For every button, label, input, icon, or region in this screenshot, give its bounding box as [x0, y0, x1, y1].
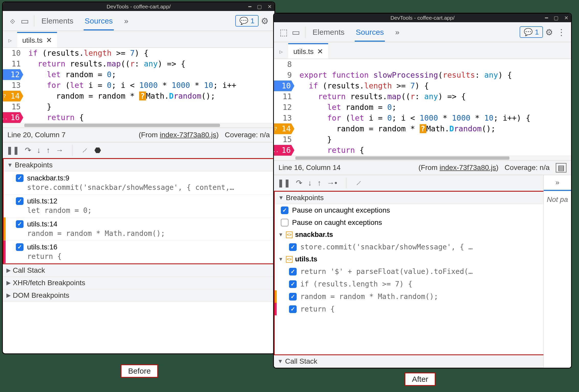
expand-icon[interactable]: ▼ [278, 194, 284, 201]
breakpoint-item[interactable]: snackbar.ts:9store.commit('snackbar/show… [4, 171, 274, 194]
breakpoint-snippet: random = random * Math.random(); [300, 292, 438, 301]
tab-elements[interactable]: Elements [311, 23, 346, 42]
collapse-icon[interactable]: ▶ [6, 280, 11, 286]
sourcemap-from: (From index-73f73a80.js) [139, 131, 219, 139]
pause-uncaught-row[interactable]: Pause on uncaught exceptions [275, 204, 570, 216]
tab-sources[interactable]: Sources [84, 11, 114, 30]
inspect-icon[interactable]: ⟐ [6, 15, 19, 27]
breakpoint-item[interactable]: utils.ts:12let random = 0; [4, 194, 274, 217]
issues-badge[interactable]: 💬 1 [520, 26, 543, 38]
panel-header[interactable]: ▶XHR/fetch Breakpoints [3, 277, 274, 289]
sourcemap-link[interactable]: index-73f73a80.js [160, 131, 216, 139]
breakpoint-location: utils.ts:14 [27, 220, 57, 228]
settings-icon[interactable]: ⚙ [543, 26, 555, 38]
breakpoint-item[interactable]: store.commit('snackbar/showMessage', { …… [275, 241, 570, 253]
step-into-icon[interactable]: ↓ [308, 179, 312, 187]
checkbox-icon[interactable] [289, 268, 297, 275]
devtools-before: DevTools - coffee-cart.app/ ━ ▢ ✕ ⟐ ▭ El… [2, 2, 275, 354]
deactivate-bp-icon[interactable]: ⟋ [81, 146, 89, 155]
code-editor[interactable]: 10if (results.length >= 7) {11 return re… [3, 48, 274, 123]
cursor-position: Line 20, Column 7 [7, 131, 65, 139]
chat-icon: 💬 [239, 17, 248, 25]
maximize-icon[interactable]: ▢ [257, 4, 262, 10]
close-icon[interactable]: ✕ [268, 4, 272, 10]
checkbox-icon[interactable] [281, 206, 288, 214]
minimize-icon[interactable]: ━ [545, 15, 548, 21]
close-tab-icon[interactable]: ✕ [46, 36, 52, 44]
titlebar: DevTools - coffee-cart.app/ ━ ▢ ✕ [3, 2, 274, 11]
expand-icon[interactable]: ▼ [278, 232, 283, 238]
pause-icon[interactable]: ❚❚ [277, 178, 290, 187]
expand-icon[interactable]: ▼ [7, 162, 13, 168]
breakpoint-location: snackbar.ts:9 [27, 174, 69, 182]
step-into-icon[interactable]: ↓ [37, 146, 41, 155]
deactivate-bp-icon[interactable]: ⟋ [355, 179, 363, 187]
breakpoints-header[interactable]: ▼ Breakpoints [4, 159, 274, 171]
checkbox-icon[interactable] [281, 219, 288, 226]
step-out-icon[interactable]: ↑ [46, 146, 50, 155]
checkbox-icon[interactable] [16, 174, 24, 182]
callstack-header[interactable]: ▼ Call Stack [274, 355, 571, 368]
tab-more-icon[interactable]: » [123, 11, 129, 30]
breakpoint-item[interactable]: if (results.length >= 7) {10 [275, 278, 570, 290]
file-tab-label: utils.ts [22, 36, 42, 44]
tab-sources[interactable]: Sources [355, 23, 385, 42]
collapse-icon[interactable]: ▶ [6, 292, 11, 299]
horizontal-scrollbar[interactable] [3, 123, 274, 128]
breakpoint-item[interactable]: utils.ts:16return { [4, 240, 274, 263]
issues-badge[interactable]: 💬 1 [235, 15, 259, 27]
expand-icon[interactable]: ▼ [277, 358, 283, 365]
tab-more-icon[interactable]: » [394, 23, 400, 42]
breakpoint-item[interactable]: return '$' + parseFloat(value).toFixed(…… [275, 265, 570, 278]
group-filename: snackbar.ts [295, 231, 333, 239]
breakpoint-snippet: let random = 0; [27, 206, 269, 215]
breakpoint-item[interactable]: utils.ts:14random = random * Math.random… [4, 217, 274, 240]
sidebar-more-icon[interactable]: » [544, 175, 571, 191]
coverage-icon[interactable]: ▤ [556, 163, 566, 172]
panel-header[interactable]: ▶Call Stack [3, 264, 274, 277]
step-icon[interactable]: → [56, 146, 63, 155]
step-out-icon[interactable]: ↑ [317, 179, 321, 187]
file-tab-utils[interactable]: utils.ts ✕ [288, 43, 328, 59]
checkbox-icon[interactable] [16, 243, 24, 251]
kebab-icon[interactable]: ⋮ [555, 26, 567, 38]
step-icon[interactable]: →• [327, 179, 337, 187]
panel-title: Call Stack [285, 357, 317, 365]
maximize-icon[interactable]: ▢ [554, 15, 559, 21]
close-tab-icon[interactable]: ✕ [317, 47, 323, 56]
checkbox-icon[interactable] [16, 220, 24, 228]
panel-header[interactable]: ▶DOM Breakpoints [3, 289, 274, 302]
breakpoint-group-header[interactable]: ▼<>utils.ts [275, 253, 570, 265]
file-tab-utils[interactable]: utils.ts ✕ [17, 32, 57, 48]
pause-icon[interactable]: ❚❚ [6, 146, 19, 155]
inspect-icon[interactable]: ⬚ [277, 26, 290, 38]
code-editor[interactable]: 89export function slowProcessing(results… [274, 59, 571, 156]
pause-exceptions-icon[interactable]: ⬣ [94, 146, 101, 155]
breakpoint-item[interactable]: return {16 [275, 303, 570, 315]
checkbox-icon[interactable] [289, 305, 297, 313]
navigator-toggle-icon[interactable]: ▷ [3, 33, 17, 48]
pause-caught-row[interactable]: Pause on caught exceptions [275, 216, 570, 229]
horizontal-scrollbar[interactable] [274, 156, 571, 160]
checkbox-icon[interactable] [289, 243, 297, 251]
step-over-icon[interactable]: ↷ [296, 178, 302, 187]
close-icon[interactable]: ✕ [564, 15, 569, 21]
device-icon[interactable]: ▭ [290, 26, 302, 38]
expand-icon[interactable]: ▼ [278, 256, 283, 262]
breakpoint-item[interactable]: random = random * Math.random();14 [275, 290, 570, 303]
step-over-icon[interactable]: ↷ [25, 146, 31, 155]
navigator-toggle-icon[interactable]: ▷ [274, 44, 288, 59]
breakpoint-location: utils.ts:12 [27, 197, 57, 205]
checkbox-icon[interactable] [16, 197, 24, 205]
device-icon[interactable]: ▭ [19, 15, 31, 27]
checkbox-icon[interactable] [289, 293, 297, 301]
checkbox-icon[interactable] [289, 280, 297, 288]
minimize-icon[interactable]: ━ [248, 4, 251, 10]
breakpoints-header[interactable]: ▼ Breakpoints [275, 192, 570, 204]
collapse-icon[interactable]: ▶ [6, 267, 11, 274]
issues-count: 1 [250, 17, 254, 25]
tab-elements[interactable]: Elements [40, 11, 74, 30]
settings-icon[interactable]: ⚙ [259, 15, 271, 27]
breakpoint-group-header[interactable]: ▼<>snackbar.ts [275, 229, 570, 241]
sourcemap-link[interactable]: index-73f73a80.js [440, 164, 496, 171]
